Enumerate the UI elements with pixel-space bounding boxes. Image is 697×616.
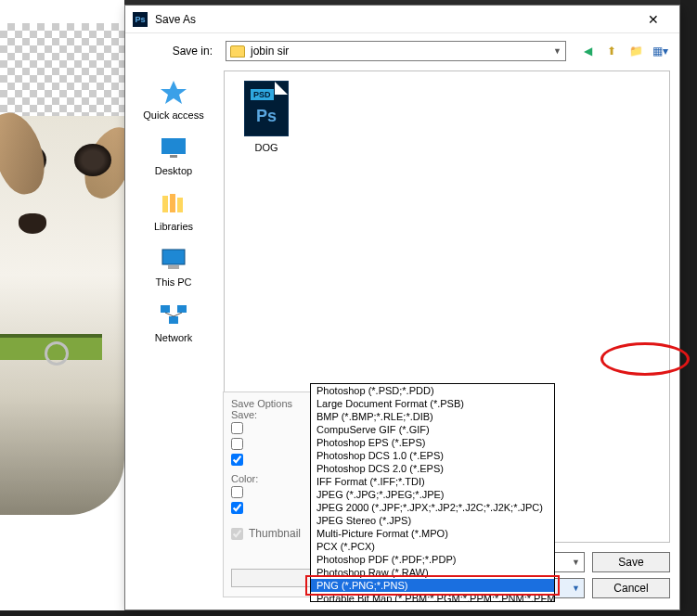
format-option[interactable]: Photoshop PDF (*.PDF;*.PDP) — [311, 553, 554, 566]
format-option[interactable]: CompuServe GIF (*.GIF) — [311, 423, 554, 436]
format-option[interactable]: JPEG 2000 (*.JPF;*.JPX;*.JP2;*.J2C;*.J2K… — [311, 501, 554, 514]
back-icon[interactable]: ◀ — [579, 43, 596, 59]
format-option[interactable]: JPEG Stereo (*.JPS) — [311, 514, 554, 527]
save-opt-checkbox-2[interactable] — [231, 438, 243, 450]
app-frame-right — [680, 0, 697, 616]
save-in-row: Save in: jobin sir ▼ ◀ ⬆ 📁 ▦▾ — [125, 33, 679, 69]
svg-rect-6 — [162, 250, 185, 264]
new-folder-icon[interactable]: 📁 — [627, 43, 644, 59]
thumbnail-label: Thumbnail — [249, 527, 301, 540]
svg-rect-5 — [177, 198, 183, 212]
format-option[interactable]: Large Document Format (*.PSB) — [311, 397, 554, 410]
format-option[interactable]: Portable Bit Map (*.PBM;*.PGM;*.PPM;*.PN… — [311, 592, 554, 602]
file-item-dog[interactable]: PSD Ps DOG — [234, 81, 299, 153]
place-label: Network — [155, 332, 192, 343]
app-frame-bottom — [0, 610, 697, 616]
format-option[interactable]: Photoshop DCS 2.0 (*.EPS) — [311, 462, 554, 475]
view-menu-icon[interactable]: ▦▾ — [652, 43, 668, 59]
places-sidebar: Quick access Desktop Libraries This PC — [125, 69, 222, 608]
format-dropdown-list[interactable]: Photoshop (*.PSD;*.PDD)Large Document Fo… — [310, 383, 555, 602]
svg-line-11 — [165, 313, 174, 316]
quick-access-icon — [157, 78, 190, 106]
up-one-level-icon[interactable]: ⬆ — [603, 43, 620, 59]
svg-rect-2 — [170, 155, 177, 158]
network-icon — [157, 301, 190, 328]
svg-rect-1 — [161, 138, 186, 154]
desktop-icon — [157, 134, 190, 161]
svg-rect-7 — [168, 265, 179, 269]
folder-icon — [230, 45, 245, 58]
this-pc-icon — [157, 245, 190, 273]
save-opt-checkbox-1[interactable] — [231, 422, 243, 434]
format-option[interactable]: Photoshop Raw (*.RAW) — [311, 566, 554, 579]
close-button[interactable]: ✕ — [635, 12, 672, 27]
save-in-value: jobin sir — [251, 45, 289, 58]
save-in-label: Save in: — [136, 45, 220, 58]
place-network[interactable]: Network — [129, 301, 218, 343]
place-desktop[interactable]: Desktop — [129, 134, 218, 176]
cancel-button[interactable]: Cancel — [592, 578, 670, 598]
save-opt-checkbox-3[interactable] — [231, 454, 243, 466]
place-label: Libraries — [154, 221, 193, 232]
svg-rect-3 — [162, 196, 168, 212]
nav-icon-group: ◀ ⬆ 📁 ▦▾ — [572, 43, 668, 59]
svg-rect-10 — [169, 316, 178, 324]
photoshop-app-icon: Ps — [133, 12, 148, 27]
background-panel — [0, 0, 124, 616]
save-in-combo[interactable]: jobin sir ▼ — [226, 41, 566, 61]
place-label: This PC — [155, 276, 191, 288]
svg-rect-8 — [161, 305, 170, 313]
save-button[interactable]: Save — [592, 552, 670, 572]
color-opt-checkbox-1[interactable] — [231, 486, 243, 498]
file-item-label: DOG — [254, 142, 278, 153]
dialog-title: Save As — [155, 13, 635, 26]
svg-rect-4 — [170, 194, 175, 212]
format-option[interactable]: Multi-Picture Format (*.MPO) — [311, 527, 554, 540]
psd-mark: Ps — [245, 107, 288, 126]
transparency-checkerboard — [0, 23, 124, 116]
chevron-down-icon[interactable]: ▼ — [572, 584, 580, 593]
place-label: Desktop — [155, 165, 192, 176]
svg-marker-0 — [161, 81, 187, 104]
format-option[interactable]: PCX (*.PCX) — [311, 540, 554, 553]
svg-line-12 — [174, 313, 182, 316]
format-option[interactable]: Photoshop (*.PSD;*.PDD) — [311, 384, 554, 397]
psd-badge: PSD — [251, 89, 274, 100]
format-option[interactable]: BMP (*.BMP;*.RLE;*.DIB) — [311, 410, 554, 423]
chevron-down-icon[interactable]: ▼ — [572, 558, 580, 567]
place-libraries[interactable]: Libraries — [129, 189, 218, 232]
libraries-icon — [157, 189, 190, 217]
format-option[interactable]: IFF Format (*.IFF;*.TDI) — [311, 475, 554, 488]
color-opt-checkbox-2[interactable] — [231, 502, 243, 514]
chevron-down-icon: ▼ — [553, 46, 561, 56]
format-option[interactable]: Photoshop DCS 1.0 (*.EPS) — [311, 449, 554, 462]
place-this-pc[interactable]: This PC — [129, 245, 218, 288]
place-quick-access[interactable]: Quick access — [129, 78, 218, 121]
titlebar: Ps Save As ✕ — [125, 6, 679, 33]
format-option[interactable]: Photoshop EPS (*.EPS) — [311, 436, 554, 449]
dog-image — [0, 116, 124, 515]
thumbnail-checkbox — [231, 528, 243, 540]
place-label: Quick access — [143, 109, 203, 121]
format-option[interactable]: JPEG (*.JPG;*.JPEG;*.JPE) — [311, 488, 554, 501]
format-option[interactable]: PNG (*.PNG;*.PNS) — [311, 579, 554, 592]
svg-rect-9 — [177, 305, 187, 313]
psd-file-icon: PSD Ps — [244, 81, 289, 136]
